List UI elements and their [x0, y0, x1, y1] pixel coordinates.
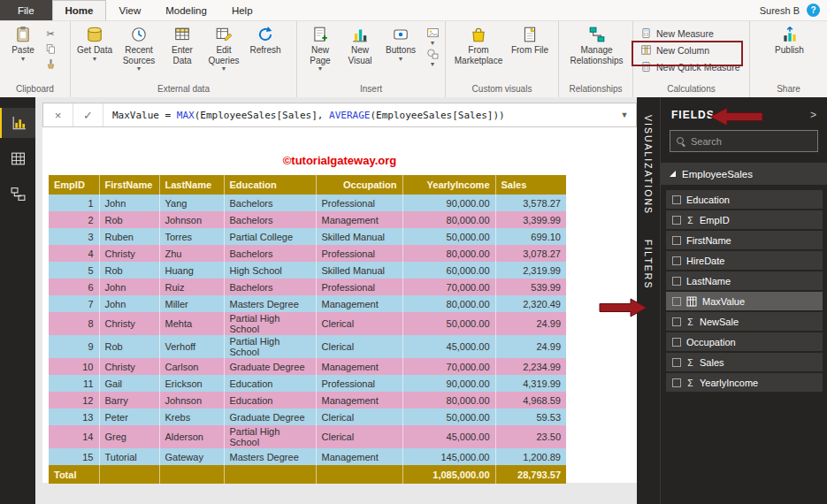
- cancel-formula-button[interactable]: ×: [43, 103, 73, 126]
- field-item[interactable]: Σ Education: [666, 190, 823, 209]
- cell-firstname: Ruben: [99, 228, 159, 245]
- visualizations-pane-tab[interactable]: VISUALIZATIONS: [643, 115, 654, 215]
- field-checkbox[interactable]: [672, 195, 681, 204]
- cell-occupation: Clerical: [316, 425, 402, 448]
- table-row: 7 John Miller Masters Degree Management …: [49, 295, 566, 312]
- formula-input[interactable]: MaxValue = MAX(EmployeeSales[Sales], AVE…: [103, 103, 613, 126]
- field-checkbox[interactable]: [672, 216, 681, 225]
- report-view-button[interactable]: [0, 108, 35, 138]
- cell-occupation: Management: [316, 211, 402, 228]
- new-measure-button[interactable]: New Measure: [637, 25, 744, 42]
- table-row: 9 Rob Verhoff Partial High School Cleric…: [49, 335, 566, 358]
- field-item[interactable]: Σ NewSale: [666, 312, 823, 331]
- field-checkbox[interactable]: [672, 256, 681, 265]
- tab-home[interactable]: Home: [52, 0, 107, 20]
- field-checkbox[interactable]: [672, 378, 681, 387]
- model-view-button[interactable]: [0, 179, 35, 209]
- table-visual[interactable]: EmpIDFirstNameLastNameEducationOccupatio…: [49, 175, 566, 484]
- field-item[interactable]: Σ EmpID: [666, 210, 823, 229]
- new-visual-button[interactable]: New Visual: [341, 24, 379, 65]
- cell-occupation: Management: [316, 295, 402, 312]
- tab-modeling[interactable]: Modeling: [153, 0, 219, 20]
- dropdown-caret-icon: ▼: [430, 62, 436, 67]
- signed-in-user[interactable]: Suresh B: [760, 5, 800, 16]
- cell-occupation: Professional: [316, 245, 402, 262]
- cell-empid: 6: [49, 279, 99, 295]
- tab-help[interactable]: Help: [219, 0, 265, 20]
- cell-sales: 539.99: [495, 279, 566, 295]
- shapes-button[interactable]: ▼: [422, 48, 443, 67]
- formula-expand-chevron[interactable]: ▼: [613, 103, 636, 126]
- dropdown-caret-icon: ▼: [318, 66, 324, 72]
- table-body: 1 John Yang Bachelors Professional 90,00…: [49, 195, 566, 465]
- quick-measure-icon: [640, 61, 652, 73]
- publish-label: Publish: [775, 45, 804, 56]
- publish-button[interactable]: Publish: [769, 24, 811, 56]
- field-checkbox[interactable]: [672, 236, 681, 245]
- tab-view[interactable]: View: [106, 0, 153, 20]
- field-name: NewSale: [700, 317, 739, 327]
- field-item[interactable]: Σ Sales: [666, 353, 823, 371]
- from-file-button[interactable]: From File: [509, 24, 551, 56]
- buttons-button[interactable]: Buttons ▼: [380, 24, 421, 62]
- field-item[interactable]: Σ FirstName: [666, 231, 823, 249]
- data-view-button[interactable]: [0, 143, 35, 173]
- new-column-label: New Column: [656, 45, 709, 56]
- copy-icon[interactable]: [43, 42, 57, 55]
- field-name: YearlyIncome: [700, 378, 758, 388]
- cut-icon[interactable]: ✂: [43, 27, 57, 40]
- cell-lastname: Johnson: [159, 392, 224, 409]
- field-checkbox[interactable]: [672, 338, 681, 347]
- commit-formula-button[interactable]: ✓: [73, 103, 103, 126]
- field-checkbox[interactable]: [672, 358, 681, 367]
- from-marketplace-button[interactable]: From Marketplace: [449, 24, 508, 65]
- field-item[interactable]: Σ HireDate: [666, 251, 823, 270]
- refresh-button[interactable]: Refresh: [246, 24, 285, 56]
- table-total-row: Total 1,085,000.00 28,793.57: [49, 465, 566, 484]
- field-item[interactable]: Σ YearlyIncome: [666, 373, 823, 392]
- filters-pane-tab[interactable]: FILTERS: [643, 240, 654, 289]
- share-group-label: Share: [750, 83, 827, 97]
- get-data-button[interactable]: Get Data ▼: [74, 24, 115, 62]
- enter-data-button[interactable]: Enter Data: [163, 24, 202, 65]
- manage-relationships-button[interactable]: Manage Relationships: [563, 24, 631, 65]
- search-input[interactable]: [691, 136, 816, 147]
- image-button[interactable]: ▼: [422, 27, 443, 46]
- field-checkbox[interactable]: [672, 297, 681, 306]
- fields-table-employeesales[interactable]: EmployeeSales: [661, 163, 827, 185]
- cell-firstname: Christy: [99, 312, 159, 335]
- expand-collapse-icon[interactable]: [670, 171, 676, 177]
- field-item[interactable]: Σ LastName: [666, 271, 823, 290]
- collapse-pane-chevron[interactable]: >: [810, 109, 816, 121]
- edit-queries-button[interactable]: Edit Queries ▼: [203, 24, 245, 72]
- format-painter-icon[interactable]: [43, 57, 57, 70]
- paste-label: Paste: [11, 45, 34, 56]
- cell-education: Bachelors: [224, 211, 316, 228]
- recent-sources-button[interactable]: Recent Sources ▼: [116, 24, 162, 72]
- report-page: ©tutorialgateway.org EmpIDFirstNameLastN…: [42, 127, 637, 483]
- field-item[interactable]: Σ MaxValue: [666, 292, 823, 310]
- paste-button[interactable]: Paste ▼: [4, 24, 42, 62]
- sigma-icon: Σ: [686, 317, 694, 327]
- help-icon[interactable]: ?: [807, 4, 820, 17]
- field-name: EmpID: [700, 215, 730, 225]
- cell-occupation: Professional: [316, 375, 402, 392]
- cell-empid: 13: [49, 409, 99, 425]
- total-empty: [316, 465, 402, 484]
- field-item[interactable]: Σ Occupation: [666, 332, 823, 351]
- cell-yearlyincome: 50,000.00: [402, 409, 495, 425]
- tab-file[interactable]: File: [0, 0, 52, 20]
- cell-empid: 11: [49, 375, 99, 392]
- cell-occupation: Skilled Manual: [316, 262, 402, 279]
- field-checkbox[interactable]: [672, 277, 681, 286]
- new-column-button[interactable]: New Column: [637, 42, 744, 58]
- field-list: Σ Education Σ EmpID: [661, 190, 827, 392]
- new-quick-measure-button[interactable]: New Quick Measure: [637, 58, 744, 75]
- cell-empid: 4: [49, 245, 99, 262]
- field-checkbox[interactable]: [672, 317, 681, 326]
- new-page-button[interactable]: New Page ▼: [301, 24, 340, 72]
- calculated-column-icon: [686, 296, 697, 307]
- cell-empid: 15: [49, 448, 99, 465]
- refresh-label: Refresh: [249, 45, 280, 56]
- cell-lastname: Huang: [159, 262, 224, 279]
